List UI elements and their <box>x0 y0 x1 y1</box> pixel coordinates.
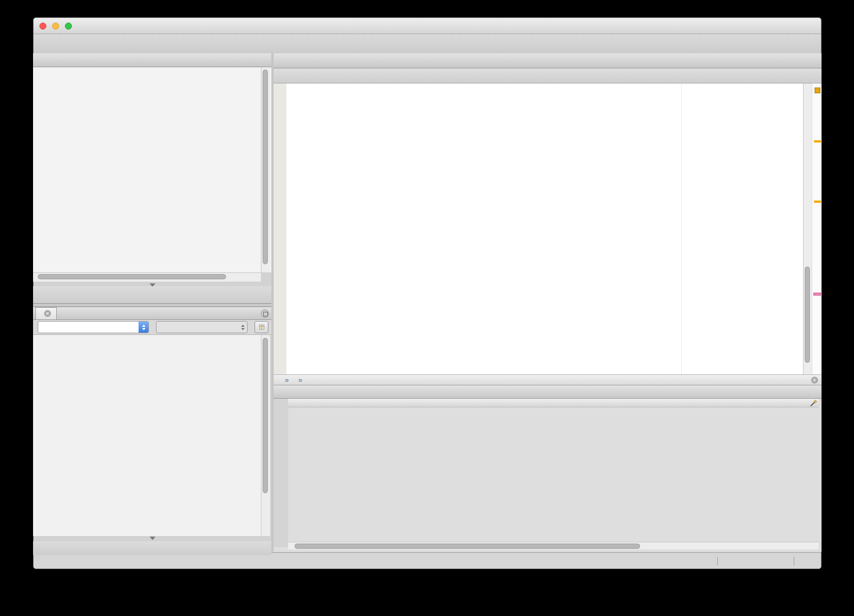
navigator-filter-toolbar <box>33 541 271 555</box>
chevron-updown-icon <box>139 321 148 333</box>
navigator-controls <box>33 320 271 335</box>
traffic-lights <box>39 23 72 30</box>
main-toolbar <box>34 34 821 54</box>
threads-vertical-scrollbar[interactable] <box>261 67 270 272</box>
editor-toolbar <box>274 68 822 83</box>
chevron-right-icon[interactable]: » <box>298 376 301 384</box>
code-editor[interactable] <box>274 83 803 374</box>
variables-side-toolbar <box>274 399 288 547</box>
customize-columns-wand-icon[interactable] <box>809 399 818 407</box>
debugging-threads-list <box>33 67 271 272</box>
watch-table-header <box>288 399 819 407</box>
navigator-inheritance-select[interactable] <box>156 321 248 333</box>
panel-collapse-grip[interactable] <box>150 537 155 540</box>
error-stripe[interactable] <box>812 83 822 374</box>
error-stripe-warning-mark[interactable] <box>814 201 821 203</box>
close-icon[interactable]: × <box>44 310 51 317</box>
left-panel-tab-bar <box>33 53 271 67</box>
desktop-background: × » <box>0 0 854 616</box>
variables-horizontal-scrollbar[interactable] <box>288 542 819 549</box>
error-stripe-warning-square[interactable] <box>815 88 820 93</box>
error-stripe-breakpoint-mark[interactable] <box>813 293 821 296</box>
minimize-window-button[interactable] <box>52 23 59 30</box>
navigator-filter-select[interactable] <box>38 321 149 333</box>
title-bar <box>34 18 821 34</box>
tab-navigator[interactable]: × <box>35 307 57 319</box>
navigator-vertical-scrollbar[interactable] <box>261 335 270 536</box>
chevron-updown-icon <box>238 325 247 330</box>
close-icon[interactable]: × <box>811 377 818 384</box>
zoom-window-button[interactable] <box>65 23 72 30</box>
editor-tab-bar <box>274 53 822 68</box>
navigator-tab-bar: × <box>33 307 271 320</box>
status-separator <box>717 557 718 566</box>
variables-panel <box>274 399 822 552</box>
chevron-right-icon[interactable]: » <box>285 376 288 384</box>
error-stripe-warning-mark[interactable] <box>814 140 821 143</box>
navigator-columns-button[interactable] <box>255 321 268 333</box>
threads-horizontal-scrollbar[interactable] <box>33 272 261 282</box>
close-window-button[interactable] <box>39 23 46 30</box>
navigator-members-tree <box>33 335 261 536</box>
debugging-window-toolbar <box>33 286 271 304</box>
editor-vertical-scrollbar[interactable] <box>803 83 812 374</box>
minimize-panel-icon[interactable] <box>261 309 269 318</box>
breadcrumb: » » × <box>274 374 822 385</box>
status-separator <box>794 557 794 566</box>
bottom-panel-tab-bar <box>274 385 822 399</box>
